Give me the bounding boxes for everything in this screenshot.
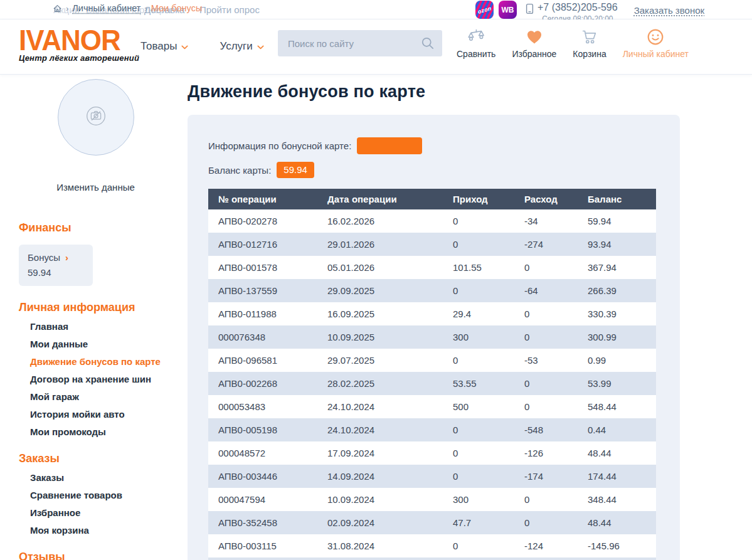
page-title: Движение бонусов по карте	[188, 82, 681, 102]
table-row: 00005348324.10.20245000548.44	[208, 395, 656, 418]
table-cell: -174	[514, 471, 578, 482]
sidebar-item[interactable]: История мойки авто	[19, 409, 172, 420]
menu-item-label: Услуги	[220, 40, 252, 53]
table-cell: 16.02.2026	[317, 216, 443, 226]
breadcrumb-current: Мои бонусы	[151, 3, 203, 13]
page: АкцииВакансииПартнеры ДоставкаПройти опр…	[0, 0, 752, 560]
phone-number[interactable]: +7 (3852)205-596	[538, 2, 618, 13]
table-cell: 174.44	[578, 471, 656, 482]
edit-profile-link[interactable]: Изменить данные	[19, 182, 172, 193]
sidebar-item[interactable]: Главная	[19, 321, 172, 332]
bonus-table: № операцииДата операцииПриходРасходБалан…	[208, 189, 656, 560]
table-cell: 17.09.2024	[317, 448, 443, 458]
table-cell: 48.44	[578, 448, 656, 458]
table-cell: АПВ0-005198	[208, 425, 317, 435]
menu-item[interactable]: Товары	[140, 40, 188, 53]
sidebar-item[interactable]: Договор на хранение шин	[19, 374, 172, 384]
table-cell: 10.09.2025	[317, 332, 443, 342]
table-cell: 10.09.2024	[317, 494, 443, 505]
table-row: 00007634810.09.20253000300.99	[208, 325, 656, 349]
search-icon[interactable]	[420, 35, 436, 54]
menu-item-label: Товары	[140, 40, 177, 53]
table-cell: 0	[514, 378, 578, 389]
sidebar-item[interactable]: Движение бонусов по карте	[19, 356, 172, 367]
table-cell: 548.44	[578, 401, 656, 412]
table-row: АПВ0-00157805.01.2026101.550367.94	[208, 256, 656, 279]
scales-icon	[467, 27, 485, 47]
main-content: Движение бонусов по карте Информация по …	[188, 74, 681, 560]
table-cell: АПВ0-012716	[208, 239, 317, 250]
table-cell: 0	[514, 401, 578, 412]
table-row: АПВ0-02027816.02.20260-3459.94	[208, 209, 656, 233]
chevron-down-icon	[257, 45, 264, 50]
sidebar-item[interactable]: Мои промокоды	[19, 426, 172, 437]
bonus-card[interactable]: Бонусы› 59.94	[19, 245, 93, 286]
table-cell: 0	[443, 239, 514, 250]
table-header-cell: № операции	[208, 194, 317, 204]
table-cell: -53	[514, 355, 578, 366]
sidebar-item[interactable]: Моя корзина	[19, 525, 172, 536]
table-cell: 31.08.2024	[317, 541, 443, 551]
chevron-right-icon: ›	[144, 4, 147, 13]
home-icon[interactable]	[53, 4, 62, 13]
header-action-compare[interactable]: Сравнить	[457, 27, 495, 59]
logo-text: IVANOR	[19, 27, 139, 53]
table-cell: 0	[514, 517, 578, 528]
table-cell: 0	[443, 448, 514, 458]
table-cell: АПВ0-002268	[208, 378, 317, 389]
table-cell: 14.09.2024	[317, 471, 443, 482]
breadcrumb: › Личный кабинет › Мои бонусы	[53, 3, 202, 13]
header-action-account[interactable]: Личный кабинет	[623, 27, 689, 59]
table-row: АПВ0-01271629.01.20260-27493.94	[208, 233, 656, 256]
sidebar-item[interactable]: Мой гараж	[19, 391, 172, 402]
header-action-favorites[interactable]: Избранное	[512, 27, 556, 59]
table-cell: 0	[514, 309, 578, 319]
table-header-cell: Дата операции	[317, 194, 443, 204]
camera-off-icon	[85, 105, 107, 130]
breadcrumb-link[interactable]: Личный кабинет	[72, 3, 140, 13]
table-cell: АПВ0-352458	[208, 517, 317, 528]
table-cell: 0	[514, 332, 578, 342]
table-cell: -274	[514, 239, 578, 250]
callback-link[interactable]: Заказать звонок	[634, 5, 704, 16]
table-cell: АПВ0-003446	[208, 471, 317, 482]
menu-item[interactable]: Услуги	[220, 40, 263, 53]
table-header-cell: Баланс	[578, 194, 656, 204]
sidebar-item[interactable]: Сравнение товаров	[19, 490, 172, 500]
table-cell: 0	[443, 355, 514, 366]
search-input[interactable]	[278, 30, 442, 56]
bonus-card-value: 59.94	[28, 267, 84, 278]
sidebar-item[interactable]: Мои данные	[19, 339, 172, 349]
wb-icon[interactable]: WB	[499, 1, 517, 19]
sidebar-section-heading: Заказы	[19, 452, 172, 465]
cart-icon	[580, 27, 599, 47]
sidebar-item[interactable]: Избранное	[19, 507, 172, 518]
table-cell: 29.01.2026	[317, 239, 443, 250]
action-label: Сравнить	[457, 49, 495, 59]
table-cell: 0.99	[578, 355, 656, 366]
table-row: 00004857217.09.20240-12648.44	[208, 441, 656, 465]
balance-label: Баланс карты:	[208, 165, 271, 176]
table-cell: 101.55	[443, 262, 514, 273]
logo[interactable]: IVANOR Центр лёгких авторешений	[19, 28, 139, 63]
ozon-icon[interactable]: ozon	[475, 1, 494, 19]
table-cell: -126	[514, 448, 578, 458]
table-cell: 29.4	[443, 309, 514, 319]
table-cell: -64	[514, 285, 578, 296]
table-cell: -548	[514, 425, 578, 435]
sidebar-section-heading-finance: Финансы	[19, 221, 172, 235]
chevron-down-icon	[181, 45, 188, 50]
action-label: Корзина	[573, 49, 606, 59]
sidebar-item[interactable]: Заказы	[19, 472, 172, 483]
chevron-right-icon: ›	[66, 4, 68, 13]
table-cell: 300.99	[578, 332, 656, 342]
header-action-cart[interactable]: Корзина	[573, 27, 606, 59]
table-cell: 367.94	[578, 262, 656, 273]
avatar[interactable]	[58, 79, 134, 156]
table-header-cell: Приход	[443, 194, 514, 204]
topnav-item[interactable]: Пройти опрос	[199, 4, 260, 15]
table-cell: 0	[514, 494, 578, 505]
table-cell: 0	[443, 471, 514, 482]
bonus-card-label: Бонусы	[28, 252, 60, 263]
table-cell: 05.01.2026	[317, 262, 443, 273]
